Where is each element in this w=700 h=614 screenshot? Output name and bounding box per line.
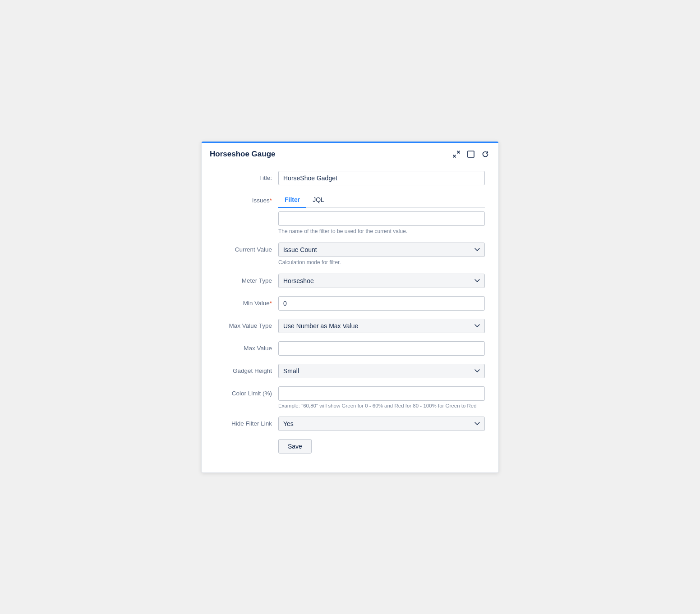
svg-rect-0: [468, 151, 474, 157]
title-input-wrapper: [278, 171, 485, 185]
min-value-required-star: *: [270, 300, 272, 307]
max-value-wrapper: [278, 341, 485, 356]
min-value-input[interactable]: [278, 296, 485, 311]
meter-type-select[interactable]: Horseshoe Full Circle Half Circle: [278, 274, 485, 288]
issues-tabs-container: Filter JQL The name of the filter to be …: [278, 193, 485, 234]
max-value-type-row: Max Value Type Use Number as Max Value U…: [215, 319, 485, 333]
gadget-height-label: Gadget Height: [215, 364, 278, 374]
issues-required-star: *: [270, 197, 272, 204]
widget-body: Title: Issues* Filter JQL The name of th…: [202, 164, 498, 472]
meter-type-label: Meter Type: [215, 274, 278, 284]
refresh-icon[interactable]: [480, 149, 490, 159]
tabs-row: Filter JQL: [278, 193, 485, 208]
meter-type-row: Meter Type Horseshoe Full Circle Half Ci…: [215, 274, 485, 288]
hide-filter-link-wrapper: Yes No: [278, 417, 485, 431]
current-value-label: Current Value: [215, 243, 278, 253]
save-row: Save: [215, 439, 485, 454]
meter-type-wrapper: Horseshoe Full Circle Half Circle: [278, 274, 485, 288]
current-value-row: Current Value Issue Count Story Points E…: [215, 243, 485, 266]
tab-filter[interactable]: Filter: [278, 193, 306, 208]
save-label-spacer: [215, 439, 278, 443]
max-value-label: Max Value: [215, 341, 278, 352]
title-row: Title:: [215, 171, 485, 185]
header-icons: [451, 149, 490, 159]
min-value-wrapper: [278, 296, 485, 311]
current-value-hint: Calculation mode for filter.: [278, 259, 485, 266]
tab-jql[interactable]: JQL: [306, 193, 331, 208]
color-limit-wrapper: Example: "60,80" will show Green for 0 -…: [278, 386, 485, 408]
filter-input-wrapper: [278, 211, 485, 226]
min-value-label: Min Value*: [215, 296, 278, 307]
hide-filter-link-label: Hide Filter Link: [215, 417, 278, 427]
max-value-row: Max Value: [215, 341, 485, 356]
gadget-height-wrapper: Small Medium Large: [278, 364, 485, 378]
issues-row: Issues* Filter JQL The name of the filte…: [215, 193, 485, 234]
save-button[interactable]: Save: [278, 439, 312, 454]
title-input[interactable]: [278, 171, 485, 185]
color-limit-row: Color Limit (%) Example: "60,80" will sh…: [215, 386, 485, 408]
filter-input[interactable]: [278, 211, 485, 226]
widget-title: Horseshoe Gauge: [210, 150, 276, 159]
widget-container: Horseshoe Gauge Title:: [201, 141, 499, 473]
fullscreen-icon[interactable]: [466, 149, 476, 159]
gadget-height-row: Gadget Height Small Medium Large: [215, 364, 485, 378]
hide-filter-link-select[interactable]: Yes No: [278, 417, 485, 431]
color-limit-hint: Example: "60,80" will show Green for 0 -…: [278, 403, 485, 408]
max-value-type-wrapper: Use Number as Max Value Use Filter as Ma…: [278, 319, 485, 333]
hide-filter-link-row: Hide Filter Link Yes No: [215, 417, 485, 431]
gadget-height-select[interactable]: Small Medium Large: [278, 364, 485, 378]
max-value-type-label: Max Value Type: [215, 319, 278, 329]
widget-header: Horseshoe Gauge: [202, 142, 498, 164]
color-limit-label: Color Limit (%): [215, 386, 278, 397]
filter-hint: The name of the filter to be used for th…: [278, 228, 485, 234]
issues-label: Issues*: [215, 193, 278, 204]
current-value-select[interactable]: Issue Count Story Points Estimate: [278, 243, 485, 257]
collapse-icon[interactable]: [451, 149, 461, 159]
save-wrapper: Save: [278, 439, 485, 454]
title-label: Title:: [215, 171, 278, 181]
min-value-row: Min Value*: [215, 296, 485, 311]
max-value-input[interactable]: [278, 341, 485, 356]
max-value-type-select[interactable]: Use Number as Max Value Use Filter as Ma…: [278, 319, 485, 333]
color-limit-input[interactable]: [278, 386, 485, 401]
current-value-wrapper: Issue Count Story Points Estimate Calcul…: [278, 243, 485, 266]
